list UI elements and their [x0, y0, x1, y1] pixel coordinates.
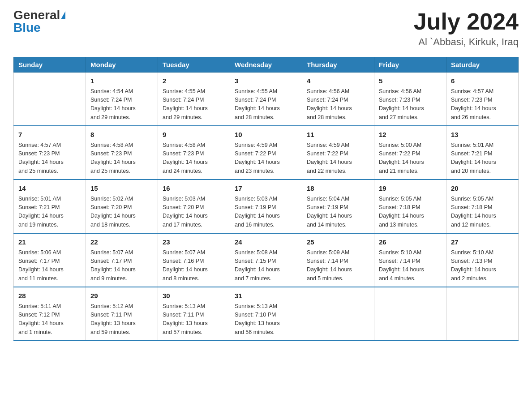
- day-info: Sunrise: 5:10 AM Sunset: 7:13 PM Dayligh…: [451, 248, 514, 283]
- calendar-week-row: 28Sunrise: 5:11 AM Sunset: 7:12 PM Dayli…: [14, 287, 519, 341]
- calendar-week-row: 14Sunrise: 5:01 AM Sunset: 7:21 PM Dayli…: [14, 180, 519, 233]
- calendar-cell: 9Sunrise: 4:58 AM Sunset: 7:23 PM Daylig…: [158, 126, 230, 180]
- title-block: July 2024 Al `Abbasi, Kirkuk, Iraq: [414, 9, 519, 48]
- day-info: Sunrise: 5:13 AM Sunset: 7:10 PM Dayligh…: [235, 302, 297, 337]
- logo-general-text: General: [13, 9, 60, 21]
- calendar-cell: 6Sunrise: 4:57 AM Sunset: 7:23 PM Daylig…: [446, 73, 519, 126]
- day-number: 30: [163, 291, 225, 301]
- calendar-cell: 13Sunrise: 5:01 AM Sunset: 7:21 PM Dayli…: [446, 126, 519, 180]
- logo-blue-text: Blue: [13, 21, 41, 34]
- calendar-cell: 11Sunrise: 4:59 AM Sunset: 7:22 PM Dayli…: [302, 126, 374, 180]
- calendar-cell: 29Sunrise: 5:12 AM Sunset: 7:11 PM Dayli…: [86, 287, 158, 341]
- calendar-cell: 8Sunrise: 4:58 AM Sunset: 7:23 PM Daylig…: [86, 126, 158, 180]
- calendar-cell: 19Sunrise: 5:05 AM Sunset: 7:18 PM Dayli…: [374, 180, 446, 233]
- calendar-week-row: 21Sunrise: 5:06 AM Sunset: 7:17 PM Dayli…: [14, 233, 519, 287]
- calendar-cell: 20Sunrise: 5:05 AM Sunset: 7:18 PM Dayli…: [446, 180, 519, 233]
- calendar-cell: 31Sunrise: 5:13 AM Sunset: 7:10 PM Dayli…: [230, 287, 302, 341]
- day-info: Sunrise: 5:03 AM Sunset: 7:19 PM Dayligh…: [235, 195, 297, 230]
- day-number: 31: [235, 291, 297, 301]
- day-number: 24: [235, 237, 297, 248]
- day-number: 6: [451, 76, 514, 86]
- calendar-cell: 12Sunrise: 5:00 AM Sunset: 7:22 PM Dayli…: [374, 126, 446, 180]
- day-info: Sunrise: 4:58 AM Sunset: 7:23 PM Dayligh…: [163, 141, 225, 176]
- calendar-cell: 17Sunrise: 5:03 AM Sunset: 7:19 PM Dayli…: [230, 180, 302, 233]
- weekday-header-saturday: Saturday: [446, 57, 519, 73]
- day-info: Sunrise: 5:01 AM Sunset: 7:21 PM Dayligh…: [451, 141, 514, 176]
- calendar-week-row: 1Sunrise: 4:54 AM Sunset: 7:24 PM Daylig…: [14, 73, 519, 126]
- day-info: Sunrise: 5:07 AM Sunset: 7:16 PM Dayligh…: [163, 248, 225, 283]
- calendar-cell: 18Sunrise: 5:04 AM Sunset: 7:19 PM Dayli…: [302, 180, 374, 233]
- calendar-cell: [446, 287, 519, 341]
- day-info: Sunrise: 5:03 AM Sunset: 7:20 PM Dayligh…: [163, 195, 225, 230]
- day-number: 5: [379, 76, 442, 86]
- day-number: 10: [235, 130, 297, 140]
- weekday-header-friday: Friday: [374, 57, 446, 73]
- calendar-table: SundayMondayTuesdayWednesdayThursdayFrid…: [13, 57, 519, 341]
- day-number: 29: [90, 291, 153, 301]
- day-info: Sunrise: 5:09 AM Sunset: 7:14 PM Dayligh…: [307, 248, 369, 283]
- day-number: 12: [379, 130, 442, 140]
- weekday-header-monday: Monday: [86, 57, 158, 73]
- calendar-header: SundayMondayTuesdayWednesdayThursdayFrid…: [14, 57, 519, 73]
- day-number: 23: [163, 237, 225, 248]
- day-info: Sunrise: 4:58 AM Sunset: 7:23 PM Dayligh…: [90, 141, 153, 176]
- weekday-header-thursday: Thursday: [302, 57, 374, 73]
- page-header: General Blue July 2024 Al `Abbasi, Kirku…: [13, 9, 519, 48]
- day-number: 19: [379, 184, 442, 194]
- calendar-cell: 4Sunrise: 4:56 AM Sunset: 7:24 PM Daylig…: [302, 73, 374, 126]
- day-info: Sunrise: 5:02 AM Sunset: 7:20 PM Dayligh…: [90, 195, 153, 230]
- day-number: 18: [307, 184, 369, 194]
- day-info: Sunrise: 5:11 AM Sunset: 7:12 PM Dayligh…: [18, 302, 81, 337]
- day-number: 17: [235, 184, 297, 194]
- day-info: Sunrise: 5:05 AM Sunset: 7:18 PM Dayligh…: [451, 195, 514, 230]
- logo: General Blue: [13, 9, 65, 34]
- day-number: 27: [451, 237, 514, 248]
- day-info: Sunrise: 4:59 AM Sunset: 7:22 PM Dayligh…: [307, 141, 369, 176]
- day-info: Sunrise: 5:05 AM Sunset: 7:18 PM Dayligh…: [379, 195, 442, 230]
- month-year-title: July 2024: [414, 9, 519, 34]
- day-info: Sunrise: 4:59 AM Sunset: 7:22 PM Dayligh…: [235, 141, 297, 176]
- calendar-week-row: 7Sunrise: 4:57 AM Sunset: 7:23 PM Daylig…: [14, 126, 519, 180]
- weekday-header-tuesday: Tuesday: [158, 57, 230, 73]
- day-info: Sunrise: 4:57 AM Sunset: 7:23 PM Dayligh…: [18, 141, 81, 176]
- day-number: 16: [163, 184, 225, 194]
- weekday-header-wednesday: Wednesday: [230, 57, 302, 73]
- day-info: Sunrise: 4:55 AM Sunset: 7:24 PM Dayligh…: [163, 87, 225, 122]
- calendar-cell: [302, 287, 374, 341]
- day-number: 2: [163, 76, 225, 86]
- day-number: 7: [18, 130, 81, 140]
- calendar-cell: 22Sunrise: 5:07 AM Sunset: 7:17 PM Dayli…: [86, 233, 158, 287]
- day-number: 28: [18, 291, 81, 301]
- day-number: 13: [451, 130, 514, 140]
- calendar-cell: 27Sunrise: 5:10 AM Sunset: 7:13 PM Dayli…: [446, 233, 519, 287]
- day-number: 14: [18, 184, 81, 194]
- location-subtitle: Al `Abbasi, Kirkuk, Iraq: [414, 36, 519, 48]
- day-number: 25: [307, 237, 369, 248]
- day-info: Sunrise: 4:54 AM Sunset: 7:24 PM Dayligh…: [90, 87, 153, 122]
- calendar-cell: 7Sunrise: 4:57 AM Sunset: 7:23 PM Daylig…: [14, 126, 86, 180]
- day-info: Sunrise: 5:08 AM Sunset: 7:15 PM Dayligh…: [235, 248, 297, 283]
- calendar-cell: 16Sunrise: 5:03 AM Sunset: 7:20 PM Dayli…: [158, 180, 230, 233]
- day-info: Sunrise: 5:12 AM Sunset: 7:11 PM Dayligh…: [90, 302, 153, 337]
- day-info: Sunrise: 5:13 AM Sunset: 7:11 PM Dayligh…: [163, 302, 225, 337]
- day-info: Sunrise: 4:56 AM Sunset: 7:24 PM Dayligh…: [307, 87, 369, 122]
- calendar-cell: 3Sunrise: 4:55 AM Sunset: 7:24 PM Daylig…: [230, 73, 302, 126]
- calendar-cell: 21Sunrise: 5:06 AM Sunset: 7:17 PM Dayli…: [14, 233, 86, 287]
- day-number: 4: [307, 76, 369, 86]
- logo-triangle-icon: [61, 11, 65, 19]
- day-info: Sunrise: 4:57 AM Sunset: 7:23 PM Dayligh…: [451, 87, 514, 122]
- calendar-cell: 23Sunrise: 5:07 AM Sunset: 7:16 PM Dayli…: [158, 233, 230, 287]
- calendar-cell: 2Sunrise: 4:55 AM Sunset: 7:24 PM Daylig…: [158, 73, 230, 126]
- calendar-cell: 26Sunrise: 5:10 AM Sunset: 7:14 PM Dayli…: [374, 233, 446, 287]
- day-number: 15: [90, 184, 153, 194]
- day-number: 1: [90, 76, 153, 86]
- day-info: Sunrise: 5:06 AM Sunset: 7:17 PM Dayligh…: [18, 248, 81, 283]
- day-number: 8: [90, 130, 153, 140]
- day-info: Sunrise: 4:55 AM Sunset: 7:24 PM Dayligh…: [235, 87, 297, 122]
- calendar-cell: 14Sunrise: 5:01 AM Sunset: 7:21 PM Dayli…: [14, 180, 86, 233]
- calendar-cell: 5Sunrise: 4:56 AM Sunset: 7:23 PM Daylig…: [374, 73, 446, 126]
- calendar-cell: [374, 287, 446, 341]
- day-number: 26: [379, 237, 442, 248]
- weekday-header-sunday: Sunday: [14, 57, 86, 73]
- calendar-body: 1Sunrise: 4:54 AM Sunset: 7:24 PM Daylig…: [14, 73, 519, 341]
